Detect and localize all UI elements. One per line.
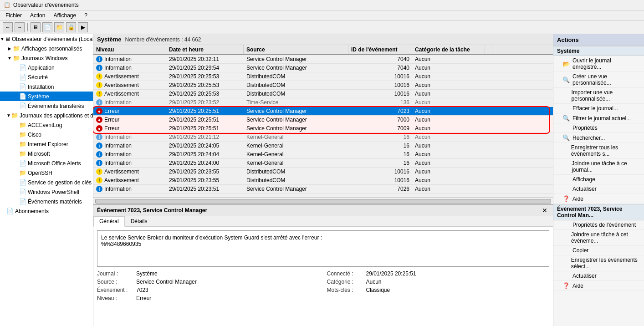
tree-application[interactable]: 📄 Application bbox=[0, 63, 93, 72]
cell-id: 136 bbox=[348, 98, 412, 107]
col-id[interactable]: ID de l'événement bbox=[348, 45, 412, 54]
tree-journaux-apps-expand[interactable]: ▼ bbox=[6, 113, 11, 118]
tree-aceeventlog[interactable]: 📁 ACEEventLog bbox=[0, 120, 93, 130]
tree-securite[interactable]: 📄 Sécurité bbox=[0, 72, 93, 82]
menu-help[interactable]: ? bbox=[81, 11, 91, 20]
action-item-1-4[interactable]: Actualiser bbox=[553, 271, 644, 281]
level-text: Avertissement bbox=[104, 177, 139, 183]
tree-ms-office[interactable]: 📄 Microsoft Office Alerts bbox=[0, 158, 93, 168]
toolbar-back[interactable]: ← bbox=[3, 22, 13, 32]
action-item-0-2[interactable]: Importer une vue personnalisée... bbox=[553, 88, 644, 104]
tree-installation[interactable]: 📄 Installation bbox=[0, 82, 93, 92]
cell-source: DistributedCOM bbox=[244, 72, 348, 81]
menu-action[interactable]: Action bbox=[26, 11, 49, 20]
tree-openssh[interactable]: 📁 OpenSSH bbox=[0, 168, 93, 178]
action-item-0-8[interactable]: Joindre une tâche à ce journal... bbox=[553, 159, 644, 175]
action-item-1-1[interactable]: Joindre une tâche à cet événeme... bbox=[553, 230, 644, 246]
action-item-0-4[interactable]: 🔍Filtrer le journal actuel... bbox=[553, 113, 644, 123]
table-row[interactable]: iInformation29/01/2025 20:23:52Time-Serv… bbox=[93, 98, 553, 107]
tree-powershell[interactable]: 📄 Windows PowerShell bbox=[0, 187, 93, 197]
tree-application-label: Application bbox=[28, 65, 55, 71]
cell-date: 29/01/2025 20:23:51 bbox=[166, 185, 244, 193]
tree-microsoft[interactable]: 📁 Microsoft bbox=[0, 149, 93, 158]
toolbar-btn4[interactable]: 🔒 bbox=[66, 22, 76, 32]
action-item-1-0[interactable]: Propriétés de l'événement bbox=[553, 220, 644, 230]
action-item-0-1[interactable]: 🔍Créer une vue personnalisée... bbox=[553, 72, 644, 88]
cell-id: 10016 bbox=[348, 176, 412, 184]
col-source[interactable]: Source bbox=[244, 45, 348, 54]
field-journal: Journal : Système bbox=[97, 270, 320, 277]
table-row[interactable]: iInformation29/01/2025 20:21:12Kernel-Ge… bbox=[93, 133, 553, 142]
detail-close-button[interactable]: ✕ bbox=[540, 207, 549, 214]
tree-journaux-apps[interactable]: ▼ 📁 Journaux des applications et d... bbox=[0, 111, 93, 120]
tree-aceeventlog-icon: 📁 bbox=[19, 122, 26, 128]
table-row[interactable]: ●Erreur29/01/2025 20:25:51Service Contro… bbox=[93, 124, 553, 133]
tree-ie-icon: 📁 bbox=[19, 141, 26, 148]
cell-id: 10016 bbox=[348, 90, 412, 98]
table-row[interactable]: !Avertissement29/01/2025 20:23:55Distrib… bbox=[93, 168, 553, 176]
tree-root-expand[interactable]: ▼ bbox=[0, 36, 5, 41]
tree-openssh-icon: 📁 bbox=[19, 169, 26, 176]
tab-details[interactable]: Détails bbox=[125, 216, 153, 226]
log-title: Système bbox=[97, 36, 121, 43]
tree-affichages[interactable]: ▶ 📁 Affichages personnalisés bbox=[0, 44, 93, 53]
table-row[interactable]: iInformation29/01/2025 20:29:54Service C… bbox=[93, 64, 553, 72]
action-item-0-3[interactable]: Effacer le journal... bbox=[553, 104, 644, 113]
table-row[interactable]: ●Erreur29/01/2025 20:25:51Service Contro… bbox=[93, 107, 553, 116]
action-item-0-11[interactable]: ❓Aide bbox=[553, 194, 644, 204]
tree-cisco[interactable]: 📁 Cisco bbox=[0, 130, 93, 139]
level-text: Information bbox=[104, 186, 132, 192]
table-row[interactable]: !Avertissement29/01/2025 20:25:53Distrib… bbox=[93, 90, 553, 98]
action-item-0-7[interactable]: Enregistrer tous les événements s... bbox=[553, 143, 644, 159]
cell-category: Aucun bbox=[412, 55, 485, 63]
table-row[interactable]: iInformation29/01/2025 20:24:00Kernel-Ge… bbox=[93, 159, 553, 168]
action-item-1-2[interactable]: Copier bbox=[553, 246, 644, 255]
action-item-1-5[interactable]: ❓Aide bbox=[553, 281, 644, 291]
tree-evenements-transferes[interactable]: 📄 Événements transférés bbox=[0, 101, 93, 111]
tree-affichages-expand[interactable]: ▶ bbox=[6, 46, 13, 51]
tree-root-icon: 🖥 bbox=[5, 36, 10, 42]
col-niveau[interactable]: Niveau bbox=[93, 45, 166, 54]
cell-date: 29/01/2025 20:23:55 bbox=[166, 168, 244, 176]
tree-ie[interactable]: 📁 Internet Explorer bbox=[0, 139, 93, 149]
action-item-0-6[interactable]: 🔍Rechercher... bbox=[553, 133, 644, 143]
level-text: Information bbox=[104, 143, 132, 149]
action-label-0-3: Effacer le journal... bbox=[572, 105, 618, 112]
action-item-0-0[interactable]: 📂Ouvrir le journal enregistré... bbox=[553, 56, 644, 72]
tab-general[interactable]: Général bbox=[93, 216, 125, 227]
horizontal-scrollbar[interactable] bbox=[93, 197, 553, 204]
action-item-0-9[interactable]: Affichage bbox=[553, 175, 644, 184]
table-row[interactable]: iInformation29/01/2025 20:23:51Service C… bbox=[93, 185, 553, 194]
table-row[interactable]: !Avertissement29/01/2025 20:25:53Distrib… bbox=[93, 81, 553, 90]
tree-abonnements[interactable]: 📄 Abonnements bbox=[0, 206, 93, 216]
table-row[interactable]: ●Erreur29/01/2025 20:25:51Service Contro… bbox=[93, 116, 553, 124]
table-row[interactable]: !Avertissement29/01/2025 20:23:55Distrib… bbox=[93, 176, 553, 185]
info-icon: i bbox=[96, 151, 102, 158]
tree-service-gestion[interactable]: 📄 Service de gestion de clés bbox=[0, 178, 93, 187]
menu-fichier[interactable]: Fichier bbox=[2, 11, 26, 20]
cell-level: !Avertissement bbox=[93, 168, 166, 176]
tree-evenements-materiels[interactable]: 📄 Événements matériels bbox=[0, 197, 93, 206]
log-header: Système Nombre d'événements : 44 662 bbox=[93, 34, 553, 45]
col-category[interactable]: Catégorie de la tâche bbox=[412, 45, 485, 54]
tree-systeme[interactable]: 📄 Système bbox=[0, 92, 93, 101]
toolbar-btn1[interactable]: 🖥 bbox=[31, 22, 41, 32]
toolbar-btn3[interactable]: 📁 bbox=[54, 22, 64, 32]
toolbar-forward[interactable]: → bbox=[15, 22, 25, 32]
action-item-1-3[interactable]: Enregistrer les événements sélect... bbox=[553, 255, 644, 271]
action-item-0-5[interactable]: Propriétés bbox=[553, 123, 644, 133]
cell-source: Service Control Manager bbox=[244, 116, 348, 124]
tree-journaux-windows-expand[interactable]: ▼ bbox=[6, 56, 13, 61]
action-item-0-10[interactable]: Actualiser bbox=[553, 184, 644, 194]
table-row[interactable]: iInformation29/01/2025 20:32:11Service C… bbox=[93, 55, 553, 64]
toolbar-btn5[interactable]: ▶ bbox=[78, 22, 88, 32]
menu-affichage[interactable]: Affichage bbox=[50, 11, 80, 20]
table-row[interactable]: iInformation29/01/2025 20:24:05Kernel-Ge… bbox=[93, 142, 553, 150]
col-date[interactable]: Date et heure bbox=[166, 45, 244, 54]
table-row[interactable]: !Avertissement29/01/2025 20:25:53Distrib… bbox=[93, 72, 553, 81]
tree-journaux-windows[interactable]: ▼ 📁 Journaux Windows bbox=[0, 53, 93, 63]
cell-date: 29/01/2025 20:25:53 bbox=[166, 72, 244, 81]
table-row[interactable]: iInformation29/01/2025 20:24:04Kernel-Ge… bbox=[93, 150, 553, 159]
tree-root[interactable]: ▼ 🖥 Observateur d'événements (Local) bbox=[0, 34, 93, 44]
toolbar-btn2[interactable]: 📄 bbox=[42, 22, 52, 32]
